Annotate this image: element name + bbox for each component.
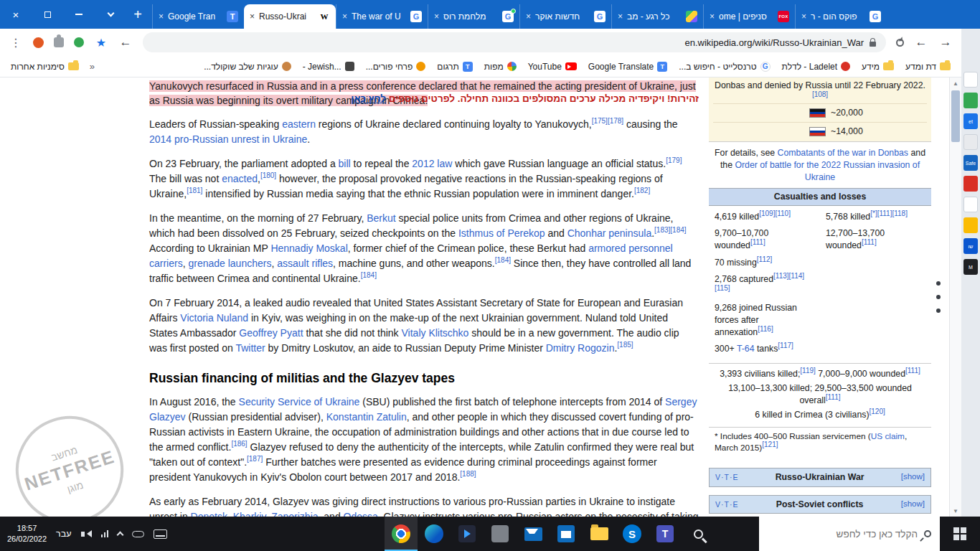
onedrive-cloud-icon[interactable] [132, 531, 144, 537]
browser-tab[interactable]: ×חדשות אוקרG [519, 4, 611, 29]
reference-link[interactable]: [117] [778, 342, 793, 349]
article-link[interactable]: 2014 pro-Russian unrest in Ukraine [149, 133, 307, 145]
volume-icon[interactable] [81, 530, 92, 537]
navbox-title[interactable]: Russo-Ukrainian War [738, 471, 900, 484]
netfree-extension-icon[interactable] [33, 37, 44, 48]
taskbar-search[interactable] [759, 517, 940, 551]
reference-link[interactable]: [187] [247, 455, 263, 463]
navbox-show-link[interactable]: [show] [901, 471, 925, 483]
browser-tab[interactable]: ×פוקס הום - רG [795, 4, 887, 29]
page-scrollbar[interactable]: ▲ ▼ [949, 77, 961, 517]
side-panel-arrow-icon[interactable]: ← [118, 35, 133, 50]
tab-close-icon[interactable]: × [434, 11, 439, 22]
navbox-show-link[interactable]: [show] [901, 499, 925, 510]
browser-tab[interactable]: ×Russo-UkraiW [244, 4, 336, 29]
taskbar-app-store[interactable] [550, 517, 583, 551]
bookmark-item[interactable]: מפות [479, 60, 522, 74]
language-indicator[interactable]: עבר [56, 529, 71, 539]
reference-link[interactable]: [116] [758, 324, 773, 332]
article-link[interactable]: Twitter [235, 342, 265, 354]
reference-link[interactable]: [181] [187, 187, 202, 194]
reference-link[interactable]: [120] [869, 408, 885, 415]
browser-tab[interactable]: ×The war of UG [336, 4, 428, 29]
reference-link[interactable]: [186] [231, 440, 247, 448]
browser-tab[interactable]: ×כל רגע - מב [611, 4, 703, 29]
tab-close-icon[interactable]: × [342, 11, 347, 22]
close-window-icon[interactable]: × [0, 0, 32, 29]
bookmarks-overflow-chevron[interactable]: « [85, 61, 99, 72]
bookmark-item[interactable]: מידע [857, 60, 899, 74]
maximize-window-icon[interactable] [32, 0, 63, 29]
reload-icon[interactable] [896, 39, 904, 47]
bookmark-star-icon[interactable]: ★ [94, 36, 108, 50]
scrollbar-thumb[interactable] [951, 90, 960, 142]
article-link[interactable]: grenade launchers [188, 258, 271, 269]
article-link[interactable]: Security Service of Ukraine [239, 396, 360, 408]
vte-links[interactable]: V·T·E [715, 472, 738, 482]
scroll-down-arrow[interactable]: ▼ [950, 505, 961, 517]
touch-keyboard-icon[interactable] [154, 529, 167, 539]
taskbar-app-edge[interactable] [418, 517, 451, 551]
article-link[interactable]: US claim [871, 431, 905, 441]
article-link[interactable]: Donetsk [191, 511, 227, 517]
tab-close-icon[interactable]: × [526, 11, 531, 22]
reference-link[interactable]: [*][111][118] [870, 209, 908, 217]
reference-link[interactable]: [182] [634, 187, 650, 194]
taskbar-app-gray[interactable] [484, 517, 517, 551]
menu-dots-icon[interactable]: ⋮ [9, 36, 23, 50]
reference-link[interactable]: [119] [800, 367, 816, 375]
taskbar-search-input[interactable] [781, 529, 918, 540]
article-link[interactable]: Combatants of the war in Donbas [778, 148, 909, 158]
article-link[interactable]: Dmitry Rogozin [546, 342, 615, 354]
reference-link[interactable]: [121] [762, 441, 778, 448]
article-link[interactable]: Berkut [367, 212, 395, 224]
article-link[interactable]: Zaporizhia [271, 511, 318, 517]
back-icon[interactable]: → [938, 35, 953, 50]
bookmark-item[interactable]: עוגיות שלב שוקולד... [199, 60, 296, 74]
bookmark-item[interactable]: TGoogle Translate [583, 60, 672, 74]
lock-icon[interactable] [870, 42, 876, 47]
article-link[interactable]: Isthmus of Perekop [458, 227, 545, 239]
start-button[interactable] [940, 517, 980, 551]
reference-link[interactable]: [111] [750, 238, 765, 246]
other-bookmarks-button[interactable]: סימניות אחרות [6, 60, 84, 74]
reference-link[interactable]: [185] [617, 341, 633, 349]
taskbar-app-mail[interactable] [517, 517, 550, 551]
reference-link[interactable]: [175][178] [592, 117, 623, 125]
reference-link[interactable]: [111] [826, 393, 841, 401]
vte-links[interactable]: V·T·E [715, 499, 738, 509]
bookmark-item[interactable]: YouTube [523, 60, 582, 74]
new-tab-button[interactable]: + [126, 0, 149, 29]
article-link[interactable]: Chonhar peninsula [567, 227, 652, 239]
network-icon[interactable] [101, 530, 109, 537]
extension-icon[interactable] [74, 37, 84, 47]
article-link[interactable]: bill [339, 158, 351, 169]
taskbar-app-media[interactable] [451, 517, 484, 551]
taskbar-app-teams[interactable]: T [649, 517, 682, 551]
reference-link[interactable]: [179] [666, 156, 682, 164]
browser-tab[interactable]: ×מלחמת רוסG [428, 4, 519, 29]
reference-link[interactable]: [109][110] [759, 209, 791, 217]
scroll-up-arrow[interactable]: ▲ [950, 77, 961, 89]
reference-link[interactable]: [184] [361, 271, 377, 279]
article-link[interactable]: Vitaly Klitschko [402, 327, 469, 339]
tray-chevron-up-icon[interactable] [117, 532, 124, 539]
bookmark-item[interactable]: Tתרגום [432, 60, 477, 74]
reference-link[interactable]: [111] [905, 367, 920, 375]
article-link[interactable]: Victoria Nuland [180, 312, 248, 324]
tab-close-icon[interactable]: × [801, 11, 806, 22]
minimize-window-icon[interactable] [63, 0, 95, 29]
address-bar[interactable]: en.wikipedia.org/wiki/Russo-Ukrainian_Wa… [143, 32, 886, 52]
clock[interactable]: 18:57 26/02/2022 [7, 523, 47, 545]
tab-close-icon[interactable]: × [159, 11, 164, 22]
taskbar-app-folder[interactable] [583, 517, 616, 551]
bookmark-item[interactable]: פרחי פורים... [361, 60, 431, 74]
article-link[interactable]: assault rifles [277, 258, 333, 269]
reference-link[interactable]: [188] [460, 470, 476, 478]
netfree-warning-link[interactable]: לחץ כאן [351, 93, 386, 104]
reference-link[interactable]: [183][184] [654, 226, 686, 234]
reference-link[interactable]: [180] [260, 171, 276, 179]
article-link[interactable]: eastern [282, 118, 316, 130]
bookmark-item[interactable]: Ladelet - לדלת [777, 60, 855, 74]
article-link[interactable]: enacted [222, 173, 258, 184]
